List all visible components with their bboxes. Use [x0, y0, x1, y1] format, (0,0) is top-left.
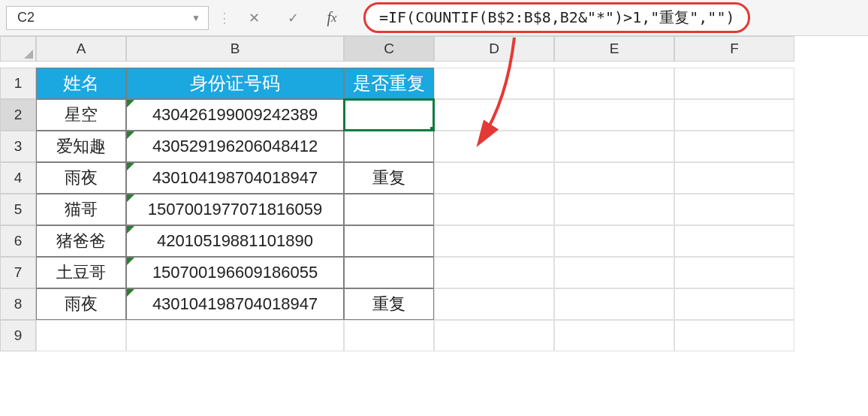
- cell-F1[interactable]: [674, 68, 794, 99]
- spreadsheet-grid[interactable]: A B C D E F 1 姓名 身份证号码 是否重复 2 星空 4304261…: [0, 36, 868, 351]
- cell-B7[interactable]: 150700196609186055: [126, 257, 344, 288]
- cell-F7[interactable]: [674, 257, 794, 288]
- col-header-E[interactable]: E: [554, 36, 674, 62]
- cell-B3[interactable]: 430529196206048412: [126, 131, 344, 162]
- cell-E6[interactable]: [554, 225, 674, 257]
- cell-D8[interactable]: [434, 288, 554, 320]
- cell-A5[interactable]: 猫哥: [36, 194, 126, 225]
- cell-E9[interactable]: [554, 320, 674, 351]
- row-header-5[interactable]: 5: [0, 194, 36, 225]
- cell-E5[interactable]: [554, 194, 674, 225]
- cell-F9[interactable]: [674, 320, 794, 351]
- col-header-F[interactable]: F: [674, 36, 794, 62]
- cell-D6[interactable]: [434, 225, 554, 257]
- cell-D4[interactable]: [434, 162, 554, 194]
- cell-E7[interactable]: [554, 257, 674, 288]
- cell-A2[interactable]: 星空: [36, 99, 126, 131]
- col-header-D[interactable]: D: [434, 36, 554, 62]
- cell-B2[interactable]: 430426199009242389: [126, 99, 344, 131]
- cell-F3[interactable]: [674, 131, 794, 162]
- cell-A8[interactable]: 雨夜: [36, 288, 126, 320]
- cell-reference: C2: [17, 10, 35, 26]
- col-header-A[interactable]: A: [36, 36, 126, 62]
- cell-C2[interactable]: [344, 99, 434, 131]
- fx-icon[interactable]: fx: [317, 6, 347, 30]
- row-header-8[interactable]: 8: [0, 288, 36, 320]
- cell-F6[interactable]: [674, 225, 794, 257]
- cell-C1[interactable]: 是否重复: [344, 68, 434, 99]
- cell-A4[interactable]: 雨夜: [36, 162, 126, 194]
- col-header-C[interactable]: C: [344, 36, 434, 62]
- name-box[interactable]: C2 ▼: [6, 6, 209, 30]
- cell-B4[interactable]: 430104198704018947: [126, 162, 344, 194]
- divider: ⋮: [218, 10, 230, 26]
- cell-C3[interactable]: [344, 131, 434, 162]
- cell-B1[interactable]: 身份证号码: [126, 68, 344, 99]
- cell-C4[interactable]: 重复: [344, 162, 434, 194]
- name-box-dropdown-icon[interactable]: ▼: [191, 13, 200, 23]
- row-header-2[interactable]: 2: [0, 99, 36, 131]
- formula-bar: C2 ▼ ⋮ ✕ ✓ fx =IF(COUNTIF(B$2:B$8,B2&"*"…: [0, 0, 868, 36]
- select-all-corner[interactable]: [0, 36, 36, 62]
- cell-A7[interactable]: 土豆哥: [36, 257, 126, 288]
- row-header-3[interactable]: 3: [0, 131, 36, 162]
- cell-A6[interactable]: 猪爸爸: [36, 225, 126, 257]
- cell-F5[interactable]: [674, 194, 794, 225]
- cell-D5[interactable]: [434, 194, 554, 225]
- cell-D3[interactable]: [434, 131, 554, 162]
- cell-C5[interactable]: [344, 194, 434, 225]
- cell-C9[interactable]: [344, 320, 434, 351]
- cell-F8[interactable]: [674, 288, 794, 320]
- cell-B9[interactable]: [126, 320, 344, 351]
- row-header-4[interactable]: 4: [0, 162, 36, 194]
- cell-B8[interactable]: 430104198704018947: [126, 288, 344, 320]
- cell-D2[interactable]: [434, 99, 554, 131]
- cell-C6[interactable]: [344, 225, 434, 257]
- cell-A3[interactable]: 爱知趣: [36, 131, 126, 162]
- formula-input[interactable]: =IF(COUNTIF(B$2:B$8,B2&"*")>1,"重复",""): [363, 2, 750, 33]
- cell-A1[interactable]: 姓名: [36, 68, 126, 99]
- cell-E1[interactable]: [554, 68, 674, 99]
- cell-F4[interactable]: [674, 162, 794, 194]
- cancel-icon[interactable]: ✕: [239, 6, 269, 30]
- col-header-B[interactable]: B: [126, 36, 344, 62]
- row-header-6[interactable]: 6: [0, 225, 36, 257]
- cell-A9[interactable]: [36, 320, 126, 351]
- cell-D7[interactable]: [434, 257, 554, 288]
- cell-B6[interactable]: 42010519881101890: [126, 225, 344, 257]
- cell-E3[interactable]: [554, 131, 674, 162]
- row-header-1[interactable]: 1: [0, 68, 36, 99]
- cell-C7[interactable]: [344, 257, 434, 288]
- cell-F2[interactable]: [674, 99, 794, 131]
- cell-D1[interactable]: [434, 68, 554, 99]
- cell-E8[interactable]: [554, 288, 674, 320]
- row-header-7[interactable]: 7: [0, 257, 36, 288]
- row-header-9[interactable]: 9: [0, 320, 36, 351]
- enter-icon[interactable]: ✓: [278, 6, 308, 30]
- cell-E4[interactable]: [554, 162, 674, 194]
- cell-B5[interactable]: 1507001977071816059: [126, 194, 344, 225]
- cell-E2[interactable]: [554, 99, 674, 131]
- cell-D9[interactable]: [434, 320, 554, 351]
- cell-C8[interactable]: 重复: [344, 288, 434, 320]
